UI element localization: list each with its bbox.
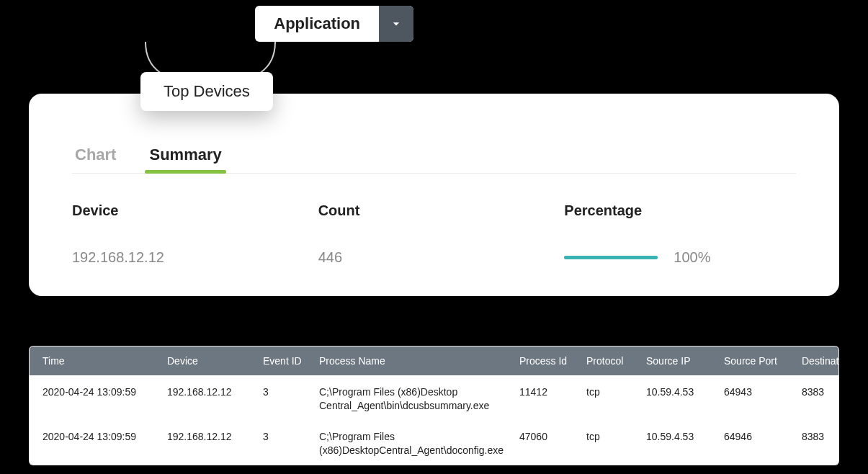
tabs: Chart Summary: [72, 141, 796, 174]
th-protocol: Protocol: [586, 355, 640, 367]
summary-col-percentage: Percentage 100%: [564, 202, 796, 266]
summary-header-percentage: Percentage: [564, 202, 796, 219]
td-source-port: 64943: [724, 385, 796, 399]
td-source-port: 64946: [724, 430, 796, 444]
td-time: 2020-04-24 13:09:59: [42, 385, 161, 399]
td-destination-port: 8383: [802, 385, 839, 399]
tab-summary[interactable]: Summary: [146, 141, 224, 173]
td-source-ip: 10.59.4.53: [646, 430, 718, 444]
th-source-port: Source Port: [724, 355, 796, 367]
td-destination-port: 8383: [802, 430, 839, 444]
summary-header-count: Count: [318, 202, 550, 219]
tab-chart[interactable]: Chart: [72, 141, 119, 173]
th-device: Device: [167, 355, 257, 367]
td-event-id: 3: [263, 430, 313, 444]
td-device: 192.168.12.12: [167, 430, 257, 444]
dropdown-selected-label: Application: [255, 6, 379, 42]
summary-col-device: Device 192.168.12.12: [72, 202, 304, 266]
td-source-ip: 10.59.4.53: [646, 385, 718, 399]
td-time: 2020-04-24 13:09:59: [42, 430, 161, 444]
table-row: 2020-04-24 13:09:59 192.168.12.12 3 C;\P…: [30, 420, 838, 465]
td-process-id: 11412: [519, 385, 581, 399]
th-source-ip: Source IP: [646, 355, 718, 367]
summary-value-device: 192.168.12.12: [72, 249, 304, 266]
summary-header-device: Device: [72, 202, 304, 219]
summary-col-count: Count 446: [318, 202, 550, 266]
events-table-body: 2020-04-24 13:09:59 192.168.12.12 3 C;\P…: [30, 375, 838, 465]
top-devices-title: Top Devices: [140, 72, 273, 111]
th-destination-port: Destination Port: [802, 355, 839, 367]
events-table-header: Time Device Event ID Process Name Proces…: [30, 346, 838, 375]
td-event-id: 3: [263, 385, 313, 399]
td-protocol: tcp: [586, 385, 640, 399]
device-dropdown[interactable]: Application: [255, 6, 413, 42]
summary-value-percentage: 100%: [674, 249, 710, 266]
summary-value-count: 446: [318, 249, 550, 266]
th-event-id: Event ID: [263, 355, 313, 367]
td-device: 192.168.12.12: [167, 385, 257, 399]
td-process-name: C;\Program Files (x86)Desktop Central_Ag…: [319, 385, 514, 413]
th-process-id: Process Id: [519, 355, 581, 367]
th-time: Time: [42, 355, 161, 367]
td-process-name: C;\Program Files (x86)DesktopCentral_Age…: [319, 430, 514, 457]
percentage-bar: [564, 256, 658, 259]
chevron-down-icon[interactable]: [379, 6, 413, 42]
summary-table: Device 192.168.12.12 Count 446 Percentag…: [72, 202, 796, 266]
td-protocol: tcp: [586, 430, 640, 444]
top-devices-card: Chart Summary Device 192.168.12.12 Count…: [29, 94, 839, 296]
events-table-card: Time Device Event ID Process Name Proces…: [29, 346, 839, 465]
td-process-id: 47060: [519, 430, 581, 444]
table-row: 2020-04-24 13:09:59 192.168.12.12 3 C;\P…: [30, 375, 838, 420]
th-process-name: Process Name: [319, 355, 514, 367]
device-selector: Select Device Application: [158, 6, 413, 42]
